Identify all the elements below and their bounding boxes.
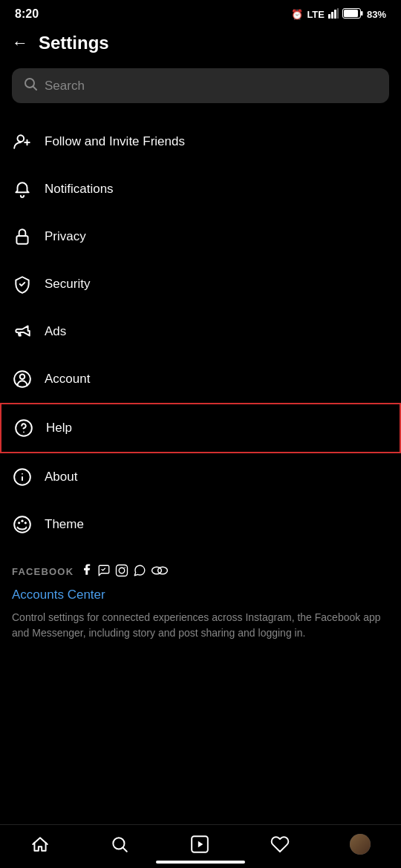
svg-point-14 xyxy=(20,375,25,380)
menu-label-security: Security xyxy=(45,277,90,292)
settings-header: ← Settings xyxy=(0,25,401,65)
page-title: Settings xyxy=(39,33,109,53)
svg-point-23 xyxy=(25,522,27,524)
menu-item-theme[interactable]: Theme xyxy=(0,501,401,548)
person-plus-icon xyxy=(12,131,33,152)
nav-heart[interactable] xyxy=(270,835,290,854)
nav-search[interactable] xyxy=(110,835,129,854)
facebook-section: FACEBOOK xyxy=(0,548,401,641)
menu-item-security[interactable]: Security xyxy=(0,260,401,308)
menu-label-follow-invite: Follow and Invite Friends xyxy=(45,134,185,149)
facebook-label: FACEBOOK xyxy=(12,566,74,577)
battery-icon xyxy=(342,8,363,21)
battery-percent: 83% xyxy=(367,9,386,20)
nav-home[interactable] xyxy=(30,835,50,854)
home-indicator xyxy=(156,861,245,864)
shield-check-icon xyxy=(12,274,33,295)
megaphone-icon xyxy=(12,321,33,342)
svg-rect-1 xyxy=(331,12,333,19)
facebook-social-icons xyxy=(79,563,169,580)
lock-icon xyxy=(12,226,33,247)
svg-point-22 xyxy=(21,520,23,522)
facebook-header: FACEBOOK xyxy=(12,563,389,580)
alarm-icon: ⏰ xyxy=(291,9,303,20)
svg-marker-32 xyxy=(198,841,203,848)
instagram-icon xyxy=(115,564,128,580)
menu-item-notifications[interactable]: Notifications xyxy=(0,165,401,213)
svg-rect-5 xyxy=(344,10,358,17)
svg-rect-0 xyxy=(328,14,330,19)
svg-point-28 xyxy=(158,567,168,574)
info-circle-icon xyxy=(12,467,33,487)
meta-icon xyxy=(151,564,169,580)
menu-item-follow-invite[interactable]: Follow and Invite Friends xyxy=(0,118,401,165)
menu-item-about[interactable]: About xyxy=(0,453,401,501)
svg-point-7 xyxy=(25,79,34,88)
search-placeholder: Search xyxy=(45,79,85,93)
svg-rect-24 xyxy=(117,565,128,576)
back-button[interactable]: ← xyxy=(12,33,28,53)
menu-item-account[interactable]: Account xyxy=(0,355,401,403)
menu-label-theme: Theme xyxy=(45,517,84,532)
nav-reels[interactable] xyxy=(190,835,209,854)
menu-item-privacy[interactable]: Privacy xyxy=(0,213,401,260)
accounts-center-link[interactable]: Accounts Center xyxy=(12,588,389,602)
status-bar: 8:20 ⏰ LTE 83% xyxy=(0,0,401,25)
menu-label-ads: Ads xyxy=(45,324,66,339)
help-circle-icon xyxy=(13,418,34,438)
accounts-center-description: Control settings for connected experienc… xyxy=(12,610,389,641)
signal-icon xyxy=(328,8,339,21)
search-icon xyxy=(24,77,37,94)
menu-label-notifications: Notifications xyxy=(45,182,114,197)
palette-icon xyxy=(12,514,33,535)
svg-line-8 xyxy=(33,87,36,90)
svg-line-30 xyxy=(123,848,127,852)
svg-rect-12 xyxy=(16,236,27,244)
bell-icon xyxy=(12,179,33,200)
menu-label-about: About xyxy=(45,470,77,484)
svg-point-19 xyxy=(22,473,23,475)
person-circle-icon xyxy=(12,369,33,389)
svg-rect-2 xyxy=(334,10,336,19)
main-content: Search Follow and Invite Friends Notific… xyxy=(0,68,401,700)
messenger-icon xyxy=(97,564,111,580)
menu-label-help: Help xyxy=(46,421,72,435)
whatsapp-icon xyxy=(133,564,146,580)
svg-rect-6 xyxy=(361,11,363,16)
profile-avatar xyxy=(350,834,371,855)
svg-point-25 xyxy=(120,568,125,573)
svg-rect-3 xyxy=(337,8,339,19)
svg-point-20 xyxy=(14,516,30,533)
menu-item-help[interactable]: Help xyxy=(0,403,401,453)
status-icons: ⏰ LTE 83% xyxy=(291,8,386,21)
svg-point-26 xyxy=(125,567,126,568)
svg-point-21 xyxy=(18,522,20,524)
menu-label-account: Account xyxy=(45,372,90,387)
svg-point-9 xyxy=(18,135,25,142)
menu-label-privacy: Privacy xyxy=(45,229,86,244)
menu-item-ads[interactable]: Ads xyxy=(0,308,401,355)
svg-point-16 xyxy=(23,432,25,433)
status-time: 8:20 xyxy=(15,7,39,21)
search-bar[interactable]: Search xyxy=(12,68,389,103)
nav-profile[interactable] xyxy=(350,834,371,855)
lte-icon: LTE xyxy=(307,9,325,20)
facebook-icon xyxy=(79,563,93,580)
